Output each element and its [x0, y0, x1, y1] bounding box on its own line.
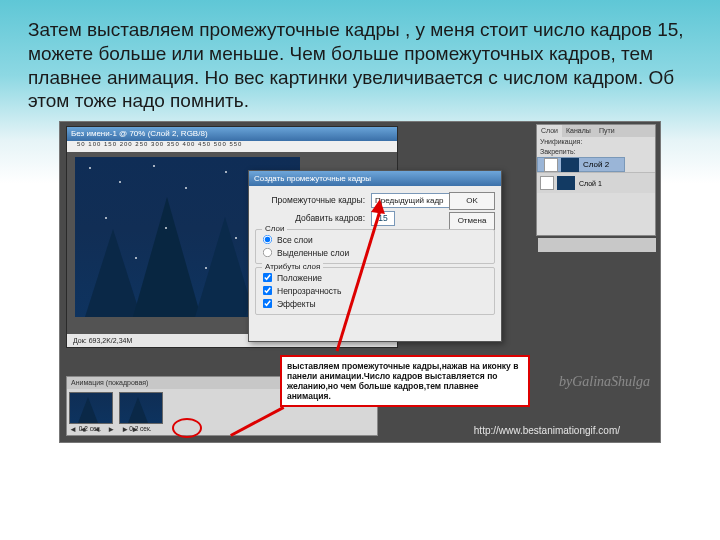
layers-panel: Слои Каналы Пути Унификация: Закрепить: …: [536, 124, 656, 236]
group-layers-label: Слои: [262, 224, 287, 233]
opt-effects: Эффекты: [277, 299, 316, 309]
group-attrs-label: Атрибуты слоя: [262, 262, 323, 271]
radio-selected-layers[interactable]: [263, 248, 272, 257]
layers-lock: Закрепить:: [537, 147, 655, 157]
tab-layers[interactable]: Слои: [537, 125, 562, 137]
layer-thumb: [557, 176, 575, 190]
ps-title-bar: Без имени-1 @ 70% (Слой 2, RGB/8): [67, 127, 397, 141]
highlight-circle: [172, 418, 202, 438]
group-layers: Слои Все слои Выделенные слои: [255, 229, 495, 264]
layers-tabs: Слои Каналы Пути: [537, 125, 655, 137]
layers-footer: [538, 238, 656, 252]
layer-thumb: [561, 158, 579, 172]
anim-controls[interactable]: ◄◄ ◄ ► ►►: [69, 425, 141, 434]
layer-item[interactable]: Слой 2: [537, 157, 625, 172]
chk-effects[interactable]: [263, 299, 272, 308]
layer-name: Слой 1: [579, 180, 602, 187]
eye-icon[interactable]: [540, 176, 554, 190]
layer-item[interactable]: Слой 1: [537, 172, 655, 193]
ps-ruler: 50 100 150 200 250 300 350 400 450 500 5…: [67, 141, 397, 152]
slide-caption: Затем выставляем промежуточные кадры , у…: [28, 18, 692, 113]
ok-button[interactable]: OK: [449, 192, 495, 210]
radio-all-layers[interactable]: [263, 235, 272, 244]
opt-opacity: Непрозрачность: [277, 286, 341, 296]
tab-channels[interactable]: Каналы: [562, 125, 595, 137]
chk-opacity[interactable]: [263, 286, 272, 295]
label-add-frames: Добавить кадров:: [255, 213, 371, 223]
tab-paths[interactable]: Пути: [595, 125, 619, 137]
eye-icon[interactable]: [544, 158, 558, 172]
layer-name: Слой 2: [583, 158, 609, 171]
dialog-title: Создать промежуточные кадры: [249, 171, 501, 186]
source-url: http://www.bestanimationgif.com/: [474, 425, 620, 436]
opt-position: Положение: [277, 273, 322, 283]
layers-unify: Унификация:: [537, 137, 655, 147]
group-attrs: Атрибуты слоя Положение Непрозрачность Э…: [255, 267, 495, 315]
opt-sel-layers: Выделенные слои: [277, 248, 349, 258]
tween-dialog: Создать промежуточные кадры OK Отмена Пр…: [248, 170, 502, 342]
chk-position[interactable]: [263, 273, 272, 282]
label-frames-with: Промежуточные кадры:: [255, 195, 371, 205]
cancel-button[interactable]: Отмена: [449, 212, 495, 230]
annotation-box: выставляем промежуточные кадры,нажав на …: [280, 355, 530, 407]
screenshot: Без имени-1 @ 70% (Слой 2, RGB/8) 50 100…: [59, 121, 661, 443]
opt-all-layers: Все слои: [277, 235, 313, 245]
watermark: byGalinaShulga: [559, 374, 650, 390]
